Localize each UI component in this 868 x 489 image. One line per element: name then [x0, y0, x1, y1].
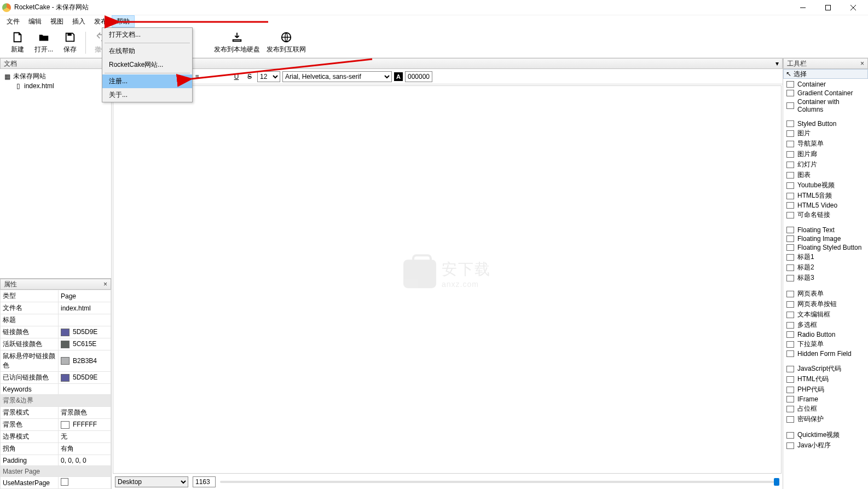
menu-file[interactable]: 文件: [2, 15, 24, 27]
tool-item[interactable]: Youtube视频: [783, 180, 868, 191]
save-button[interactable]: 保存: [57, 31, 83, 54]
text-color-value[interactable]: 000000: [405, 71, 432, 82]
tool-item[interactable]: 网页表单按钮: [783, 299, 868, 309]
dropdown-icon[interactable]: ▾: [776, 60, 779, 67]
prop-panel-header: 属性×: [0, 279, 111, 290]
prop-bgmode[interactable]: 背景颜色: [59, 407, 111, 419]
tool-item[interactable]: Container: [783, 80, 868, 89]
tool-item[interactable]: Quicktime视频: [783, 430, 868, 440]
tools-list[interactable]: ContainerGradient ContainerContainer wit…: [783, 79, 868, 489]
help-register[interactable]: 注册...: [102, 74, 192, 88]
prop-keywords[interactable]: [59, 384, 111, 395]
prop-title[interactable]: [59, 314, 111, 326]
tool-item[interactable]: Floating Styled Button: [783, 243, 868, 252]
svg-rect-4: [67, 33, 71, 36]
help-site[interactable]: RocketCake网站...: [102, 58, 192, 72]
tree-root[interactable]: ▦未保存网站: [3, 71, 108, 82]
tool-item[interactable]: HTML5音频: [783, 191, 868, 201]
tool-item[interactable]: Styled Button: [783, 119, 868, 128]
tool-item[interactable]: 标题2: [783, 262, 868, 273]
tool-icon: [786, 235, 794, 242]
prop-link-color[interactable]: 5D5D9E: [59, 326, 111, 338]
prop-type[interactable]: Page: [59, 290, 111, 302]
tool-item[interactable]: Container with Columns: [783, 97, 868, 114]
tool-item[interactable]: 图表: [783, 170, 868, 180]
tool-item[interactable]: 可命名链接: [783, 210, 868, 220]
prop-padding[interactable]: 0, 0, 0, 0: [59, 455, 111, 466]
device-select[interactable]: Desktop: [115, 476, 188, 487]
tool-item[interactable]: 导航菜单: [783, 139, 868, 149]
tool-item[interactable]: 网页表单: [783, 289, 868, 299]
prop-border[interactable]: 无: [59, 431, 111, 443]
minimize-button[interactable]: [790, 0, 815, 15]
tool-item[interactable]: 图片: [783, 128, 868, 139]
prop-filename[interactable]: index.html: [59, 302, 111, 314]
tool-item[interactable]: JavaScript代码: [783, 364, 868, 374]
tool-item[interactable]: Floating Image: [783, 234, 868, 243]
tool-item[interactable]: 幻灯片: [783, 159, 868, 170]
help-online[interactable]: 在线帮助: [102, 44, 192, 58]
help-open-doc[interactable]: 打开文档...: [102, 28, 192, 42]
tool-item[interactable]: Radio Button: [783, 330, 868, 339]
new-button[interactable]: 新建: [4, 31, 31, 54]
menu-view[interactable]: 视图: [46, 15, 68, 27]
tool-item[interactable]: IFrame: [783, 395, 868, 404]
align-left-button[interactable]: ≡: [192, 71, 202, 82]
prop-vlink-color[interactable]: 5D5D9E: [59, 372, 111, 384]
pointer-icon: ↖: [786, 70, 791, 78]
tool-icon: [786, 182, 794, 189]
tool-item[interactable]: HTML代码: [783, 374, 868, 384]
text-color-icon[interactable]: A: [394, 72, 403, 81]
tool-item[interactable]: Gradient Container: [783, 89, 868, 97]
tool-item[interactable]: PHP代码: [783, 384, 868, 395]
menu-publish[interactable]: 发布: [90, 15, 112, 27]
tool-icon: [786, 162, 794, 168]
menu-insert[interactable]: 插入: [68, 15, 90, 27]
italic-button[interactable]: [218, 71, 229, 82]
prop-bgcolor[interactable]: FFFFFF: [59, 419, 111, 431]
tool-item[interactable]: Java小程序: [783, 440, 868, 451]
tree-file[interactable]: ▯index.html: [3, 82, 108, 90]
prop-hlink-color[interactable]: B2B3B4: [59, 350, 111, 372]
close-panel-icon[interactable]: ×: [103, 280, 107, 288]
help-about[interactable]: 关于...: [102, 88, 192, 102]
tool-item[interactable]: 标题3: [783, 273, 868, 283]
tool-item[interactable]: Floating Text: [783, 226, 868, 234]
maximize-button[interactable]: [815, 0, 841, 15]
prop-usemasterpage[interactable]: [59, 477, 111, 489]
open-button[interactable]: 打开...: [31, 31, 57, 54]
tool-item[interactable]: 密码保护: [783, 414, 868, 424]
prop-corner[interactable]: 有角: [59, 443, 111, 455]
tool-icon: [786, 254, 794, 261]
svg-rect-1: [826, 5, 831, 10]
doc-tree[interactable]: ▦未保存网站 ▯index.html: [0, 69, 111, 278]
tool-item[interactable]: Hidden Form Field: [783, 349, 868, 358]
font-size-select[interactable]: 12: [257, 71, 280, 82]
tool-item[interactable]: 多选框: [783, 320, 868, 330]
font-family-select[interactable]: Arial, Helvetica, sans-serif: [282, 71, 392, 82]
tool-item[interactable]: 标题1: [783, 252, 868, 262]
width-input[interactable]: 1163: [193, 476, 216, 487]
folder-open-icon: [38, 31, 50, 44]
tool-icon: [786, 366, 794, 372]
underline-button[interactable]: U: [231, 71, 242, 82]
close-button[interactable]: [841, 0, 866, 15]
editor-canvas[interactable]: 安下载 anxz.com: [113, 85, 782, 474]
bold-button[interactable]: [205, 71, 216, 82]
menu-edit[interactable]: 编辑: [24, 15, 46, 27]
app-icon: [2, 3, 11, 12]
publish-web-button[interactable]: 发布到互联网: [262, 31, 311, 54]
tool-item[interactable]: 图片廊: [783, 149, 868, 159]
tool-select[interactable]: ↖选择: [783, 69, 868, 79]
strike-button[interactable]: S: [244, 71, 255, 82]
tool-item[interactable]: 下拉菜单: [783, 339, 868, 349]
tool-item[interactable]: 占位框: [783, 404, 868, 414]
tool-item[interactable]: 文本编辑框: [783, 309, 868, 320]
menu-help[interactable]: 帮助: [112, 15, 135, 27]
prop-alink-color[interactable]: 5C615E: [59, 338, 111, 350]
publish-local-button[interactable]: 发布到本地硬盘: [212, 31, 262, 54]
close-tools-icon[interactable]: ×: [860, 60, 864, 67]
tool-item[interactable]: HTML5 Video: [783, 201, 868, 210]
slider-thumb[interactable]: [774, 478, 779, 486]
width-slider[interactable]: [220, 481, 779, 483]
